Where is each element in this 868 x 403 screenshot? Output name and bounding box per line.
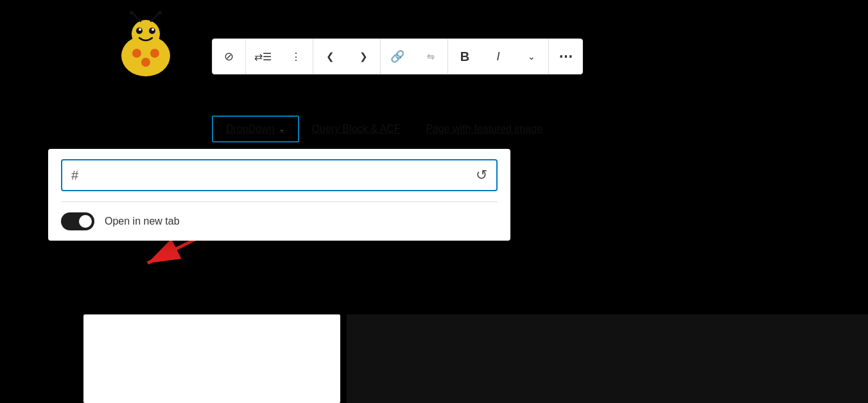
chevron-down-icon: ⌄ — [528, 51, 535, 62]
list-indent-icon: ⇄​☰ — [254, 51, 272, 63]
content-area-white — [83, 314, 340, 403]
italic-button[interactable]: I — [482, 39, 515, 74]
tab-query-block-label: Query Block & ACF — [312, 123, 401, 134]
navigate-button[interactable]: ⊘ — [213, 39, 246, 74]
url-prefix: # — [71, 168, 78, 183]
tab-query-block[interactable]: Query Block & ACF — [299, 117, 413, 141]
drag-handle-button[interactable]: ⋮ — [279, 39, 313, 74]
svg-point-7 — [150, 49, 159, 58]
toolbar-group-prevnext: ❮ ❯ — [313, 39, 381, 74]
url-input-row: # ↺ — [48, 149, 510, 202]
toolbar-group-text: B I ⌄ — [448, 39, 549, 74]
ladybug-logo — [112, 10, 180, 80]
svg-point-4 — [139, 28, 141, 31]
unlink-button[interactable]: ⇆ — [414, 39, 447, 74]
tab-featured-image[interactable]: Page with featured image — [413, 117, 555, 141]
link-edit-popup: # ↺ Open in new tab — [48, 149, 510, 241]
tab-featured-image-label: Page with featured image — [426, 123, 542, 134]
toolbar-group-indent: ⇄​☰ ⋮ — [246, 39, 313, 74]
bold-button[interactable]: B — [448, 39, 482, 74]
new-tab-toggle[interactable] — [61, 212, 94, 230]
unlink-icon: ⇆ — [427, 51, 435, 62]
toolbar-group-links: 🔗 ⇆ — [381, 39, 448, 74]
next-button[interactable]: ❯ — [347, 39, 380, 74]
svg-point-8 — [141, 58, 150, 67]
tab-dropdown-chevron: ⌄ — [279, 124, 285, 133]
tab-dropdown[interactable]: DropDown ⌄ — [212, 116, 299, 142]
url-input-wrapper: # ↺ — [61, 159, 498, 191]
logo-container — [112, 10, 180, 83]
reset-url-button[interactable]: ↺ — [476, 167, 487, 184]
toolbar: ⊘ ⇄​☰ ⋮ ❮ ❯ 🔗 ⇆ B I ⌄ ⋯ — [212, 39, 583, 74]
italic-icon: I — [496, 50, 499, 64]
new-tab-row: Open in new tab — [48, 202, 510, 241]
svg-point-10 — [130, 11, 134, 15]
drag-handle-icon: ⋮ — [291, 51, 301, 63]
navigate-icon: ⊘ — [224, 49, 234, 64]
ellipsis-icon: ⋯ — [559, 48, 573, 65]
svg-point-1 — [132, 20, 160, 48]
url-input[interactable] — [82, 169, 471, 182]
toggle-knob — [79, 215, 92, 228]
more-text-button[interactable]: ⌄ — [515, 39, 548, 74]
content-area-dark — [347, 314, 868, 403]
svg-line-9 — [133, 13, 141, 21]
reset-icon: ↺ — [476, 167, 487, 184]
svg-point-6 — [132, 49, 141, 58]
prev-button[interactable]: ❮ — [313, 39, 347, 74]
svg-line-11 — [151, 13, 159, 21]
tab-dropdown-label: DropDown — [226, 123, 275, 135]
svg-point-12 — [158, 11, 162, 15]
list-indent-button[interactable]: ⇄​☰ — [246, 39, 279, 74]
options-button[interactable]: ⋯ — [549, 39, 582, 74]
new-tab-label: Open in new tab — [105, 216, 180, 227]
nav-tabs: DropDown ⌄ Query Block & ACF Page with f… — [212, 116, 555, 142]
svg-point-5 — [152, 28, 154, 31]
bold-icon: B — [460, 49, 469, 64]
link-button[interactable]: 🔗 — [381, 39, 414, 74]
